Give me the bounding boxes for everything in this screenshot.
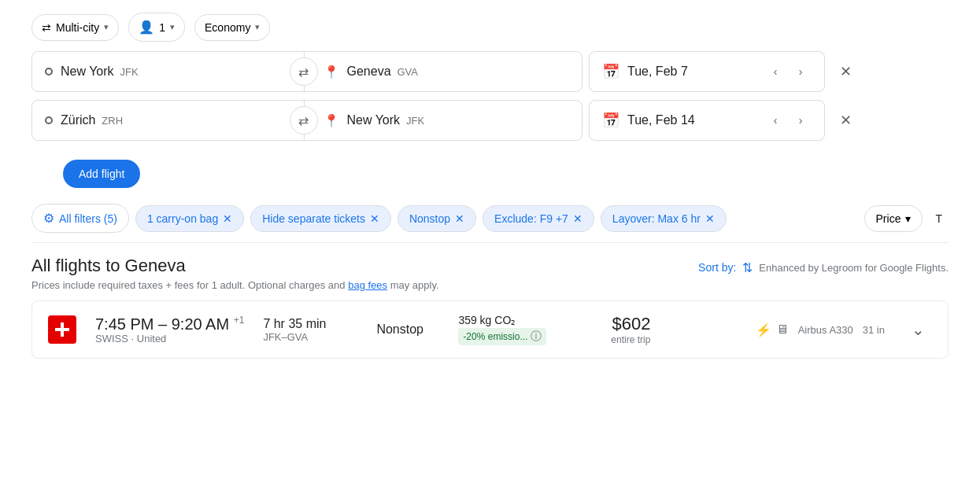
chip-label-layover: Layover: Max 6 hr [612,212,701,225]
date-next-2[interactable]: › [790,109,812,131]
date-input-1[interactable]: 📅 Tue, Feb 7 ‹ › [589,51,825,92]
chip-close-carry-on[interactable]: ✕ [223,212,232,225]
destination-2[interactable]: 📍 New York JFK [304,101,582,140]
date-prev-2[interactable]: ‹ [764,109,786,131]
chip-label-exclude: Exclude: F9 +7 [494,212,568,225]
flight-duration-0: 7 hr 35 min [263,317,357,331]
origin-2[interactable]: Zürich ZRH [32,101,304,140]
flight-airlines-0: SWISS · United [95,333,244,345]
sort-by-label: Sort by: [698,261,736,274]
transfer-icon: ⇄ [42,21,51,34]
route-row-1: New York JFK ⇄ 📍 Geneva GVA 📅 Tue, Feb 7… [31,51,949,92]
all-filters-label: All filters (5) [59,212,117,225]
sort-arrows-icon[interactable]: ⇅ [742,260,753,275]
results-subtitle: Prices include required taxes + fees for… [31,279,439,291]
origin-2-text: Zürich ZRH [61,113,123,127]
airline-logo-0 [48,315,76,344]
filter-chip-separate[interactable]: Hide separate tickets ✕ [250,205,391,232]
results-section: All flights to Geneva Prices include req… [0,256,980,359]
t-label: T [929,206,949,231]
screen-icon: 🖥 [776,322,789,337]
flight-stops-block-0: Nonstop [376,322,439,337]
chip-close-nonstop[interactable]: ✕ [455,212,464,225]
sort-button[interactable]: Price ▾ [864,205,923,232]
origin-1[interactable]: New York JFK [32,52,304,91]
top-bar: ⇄ Multi-city ▾ 👤 1 ▾ Economy ▾ [0,0,980,51]
pin-icon-2: 📍 [324,113,339,128]
route-inputs-1: New York JFK ⇄ 📍 Geneva GVA [31,51,582,92]
date-nav-2: ‹ › [764,109,812,131]
filter-chip-exclude[interactable]: Exclude: F9 +7 ✕ [483,205,594,232]
price-label-0: entire trip [571,334,650,345]
swap-button-2[interactable]: ⇄ [290,106,318,134]
aircraft-type-0: Airbus A330 [798,324,853,336]
emission-badge-0: -20% emissio... ⓘ [458,328,545,345]
date-prev-1[interactable]: ‹ [764,61,786,83]
destination-2-text: New York JFK [347,113,425,127]
date-input-2[interactable]: 📅 Tue, Feb 14 ‹ › [589,100,825,141]
swiss-logo [48,315,76,344]
sort-row: Sort by: ⇅ Enhanced by Legroom for Googl… [698,260,949,275]
passengers-count: 1 [159,21,165,34]
results-title: All flights to Geneva [31,256,439,276]
flight-stops-0: Nonstop [376,322,439,337]
passengers-selector[interactable]: 👤 1 ▾ [128,13,185,42]
flight-duration-block-0: 7 hr 35 min JFK–GVA [263,317,357,343]
date-nav-1: ‹ › [764,61,812,83]
chip-close-exclude[interactable]: ✕ [573,212,582,225]
date-next-1[interactable]: › [790,61,812,83]
trip-type-chevron: ▾ [104,22,109,32]
price-value-0: $602 [571,314,650,334]
flight-route-0: JFK–GVA [263,331,357,343]
legroom-0: 31 in [863,324,885,336]
add-flight-button[interactable]: Add flight [63,160,140,188]
chip-close-layover[interactable]: ✕ [705,212,715,225]
filter-chip-layover[interactable]: Layover: Max 6 hr ✕ [601,205,727,232]
calendar-icon-1: 📅 [602,63,619,80]
flight-time-block-0: 7:45 PM – 9:20 AM +1 SWISS · United [95,315,244,345]
passengers-chevron: ▾ [170,22,175,32]
power-icon: ⚡ [756,322,771,337]
chip-label-nonstop: Nonstop [409,212,450,225]
origin-circle-icon-2 [45,116,53,124]
trip-type-label: Multi-city [56,21,99,34]
calendar-icon-2: 📅 [602,112,619,129]
origin-1-text: New York JFK [61,64,139,79]
filter-chip-carry-on[interactable]: 1 carry-on bag ✕ [135,205,244,232]
route-inputs-2: Zürich ZRH ⇄ 📍 New York JFK [31,100,582,141]
date-text-2: Tue, Feb 14 [627,113,695,127]
pin-icon-1: 📍 [324,64,339,79]
trip-type-selector[interactable]: ⇄ Multi-city ▾ [31,14,119,41]
sort-label: Price [876,212,901,225]
amenity-icons-0: ⚡ 🖥 [756,322,789,337]
chip-label-separate: Hide separate tickets [262,212,365,225]
remove-route-1[interactable]: ✕ [831,57,860,86]
route-row-2: Zürich ZRH ⇄ 📍 New York JFK 📅 Tue, Feb 1… [31,100,949,141]
chip-label-carry-on: 1 carry-on bag [147,212,218,225]
date-text-1: Tue, Feb 7 [627,64,688,79]
sort-chevron: ▾ [905,212,911,225]
flight-time-0: 7:45 PM – 9:20 AM +1 [95,315,244,333]
flight-card-0[interactable]: 7:45 PM – 9:20 AM +1 SWISS · United 7 hr… [31,300,949,359]
filters-bar: ⚙ All filters (5) 1 carry-on bag ✕ Hide … [0,204,980,242]
chip-close-separate[interactable]: ✕ [370,212,379,225]
person-icon: 👤 [139,20,154,35]
divider [31,242,949,243]
class-label: Economy [205,21,250,34]
emission-block-0: 359 kg CO₂ -20% emissio... ⓘ [458,314,553,345]
bag-fees-link[interactable]: bag fees [348,279,387,291]
filter-icon: ⚙ [43,211,54,226]
emission-info-icon[interactable]: ⓘ [531,330,542,342]
all-filters-button[interactable]: ⚙ All filters (5) [31,204,129,233]
destination-1[interactable]: 📍 Geneva GVA [304,52,582,91]
remove-route-2[interactable]: ✕ [831,106,860,134]
enhanced-label: Enhanced by Legroom for Google Flights. [759,262,949,274]
expand-button-0[interactable]: ⌄ [904,315,932,344]
filter-chip-nonstop[interactable]: Nonstop ✕ [398,205,476,232]
emission-value-0: 359 kg CO₂ [458,314,553,326]
class-chevron: ▾ [255,22,260,32]
price-block-0: $602 entire trip [571,314,650,345]
class-selector[interactable]: Economy ▾ [194,14,270,41]
destination-1-text: Geneva GVA [347,64,418,79]
swap-button-1[interactable]: ⇄ [290,57,318,86]
